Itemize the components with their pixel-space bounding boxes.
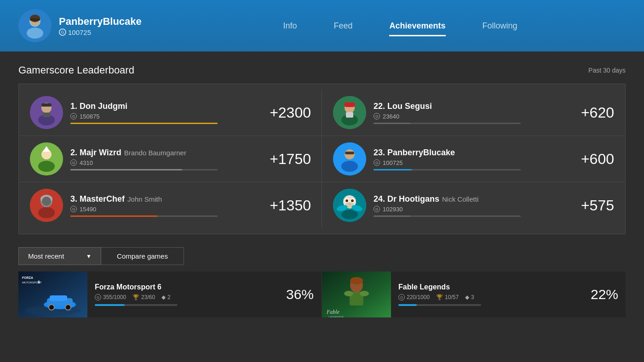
leaderboard-info: 3. MasterChef John Smith G 15490: [70, 194, 262, 217]
sort-dropdown[interactable]: Most recent ▼: [18, 247, 101, 265]
nav-achievements[interactable]: Achievements: [389, 17, 445, 34]
lb-score: 4310: [80, 159, 93, 166]
svg-rect-8: [41, 103, 52, 107]
svg-text:LEGENDS: LEGENDS: [328, 316, 344, 317]
game-thumbnail: FORZA MOTORSPORT 6: [18, 272, 87, 317]
lb-progress-fill: [70, 215, 157, 217]
game-thumbnail: Fable LEGENDS: [322, 272, 391, 317]
svg-point-33: [345, 199, 348, 202]
games-section: Most recent ▼ Compare games: [18, 247, 626, 318]
lb-progress-bg: [70, 215, 218, 217]
leaderboard-grid: 1. Don Judgmi G 150875 +2300: [19, 90, 625, 228]
leaderboard-info: 2. Majr Wizrd Brando Baumgarner G 4310: [70, 148, 262, 170]
svg-point-56: [344, 291, 353, 296]
table-row[interactable]: 3. MasterChef John Smith G 15490 +1350: [19, 182, 322, 228]
avatar: [30, 142, 63, 175]
game-title: Forza Motorsport 6: [95, 283, 271, 291]
leaderboard-info: 23. PanberryBlucake G 100725: [374, 148, 574, 170]
games-grid: FORZA MOTORSPORT 6 Forza Motorsport 6 G …: [18, 272, 626, 318]
gamerscore-stat: G 220/1000: [398, 294, 430, 300]
svg-point-47: [65, 305, 71, 310]
avatar: [30, 96, 63, 129]
lb-real-name: Brando Baumgarner: [124, 149, 186, 157]
leaderboard-title: Gamerscore Leaderboard: [18, 64, 134, 76]
gs-icon: G: [70, 113, 77, 119]
lb-progress-fill: [70, 123, 218, 124]
compare-games-button[interactable]: Compare games: [101, 247, 184, 265]
lb-delta: +1750: [270, 151, 311, 168]
svg-point-28: [38, 207, 55, 218]
game-info: Forza Motorsport 6 G 355/1000 🏆 23/60 ◆: [87, 277, 279, 311]
leaderboard-info: 22. Lou Segusi G 23640: [374, 102, 574, 124]
nav-info[interactable]: Info: [283, 17, 297, 34]
lb-real-name: John Smith: [127, 195, 162, 203]
table-row[interactable]: 23. PanberryBlucake G 100725 +600: [322, 136, 625, 182]
svg-point-34: [351, 199, 354, 202]
lb-delta: +620: [581, 104, 614, 121]
lb-rank: 1. Don Judgmi: [70, 102, 127, 111]
svg-rect-13: [344, 102, 355, 107]
games-controls: Most recent ▼ Compare games: [18, 247, 626, 265]
lb-score: 23640: [383, 113, 399, 120]
diamond-icon: ◆: [161, 294, 166, 300]
table-row[interactable]: 22. Lou Segusi G 23640 +620: [322, 90, 625, 136]
svg-point-27: [42, 197, 51, 206]
lb-real-name: Nick Colletti: [442, 195, 478, 203]
lb-progress-fill: [70, 169, 182, 170]
lb-rank: 24. Dr Hootigans: [374, 194, 439, 204]
avatar: [18, 9, 52, 42]
game-stats: G 220/1000 🏆 10/57 ◆ 3: [398, 294, 576, 300]
svg-point-22: [341, 161, 358, 172]
svg-point-57: [360, 291, 369, 296]
table-row[interactable]: 2. Majr Wizrd Brando Baumgarner G 4310 +…: [19, 136, 322, 182]
svg-rect-15: [346, 112, 353, 118]
svg-text:Fable: Fable: [326, 309, 340, 315]
avatar: [333, 189, 366, 222]
gs-icon: G: [70, 159, 77, 166]
header-nav: Info Feed Achievements Following: [175, 17, 626, 34]
svg-rect-23: [345, 152, 354, 154]
svg-point-2: [27, 28, 43, 39]
svg-rect-5: [30, 18, 40, 21]
game-stats: G 355/1000 🏆 23/60 ◆ 2: [95, 294, 271, 300]
trophy-stat: 🏆 23/60: [132, 294, 155, 300]
diamond-icon: ◆: [465, 294, 469, 300]
table-row[interactable]: 24. Dr Hootigans Nick Colletti G 102930 …: [322, 182, 625, 228]
gs-icon: G: [95, 294, 101, 300]
lb-progress-bg: [374, 215, 521, 217]
table-row[interactable]: 1. Don Judgmi G 150875 +2300: [19, 90, 322, 136]
lb-rank: 2. Majr Wizrd: [70, 148, 121, 158]
avatar: [30, 189, 63, 222]
nav-following[interactable]: Following: [483, 17, 518, 34]
game-title: Fable Legends: [398, 283, 576, 291]
list-item[interactable]: FORZA MOTORSPORT 6 Forza Motorsport 6 G …: [18, 272, 321, 317]
gamerscore-icon: G: [59, 28, 66, 36]
leaderboard-header: Gamerscore Leaderboard Past 30 days: [18, 64, 626, 76]
trophy-icon: 🏆: [132, 294, 139, 300]
list-item[interactable]: Fable LEGENDS Fable Legends G 220/1000 🏆…: [322, 272, 626, 317]
gs-icon: G: [374, 206, 380, 212]
game-info: Fable Legends G 220/1000 🏆 10/57 ◆ 3: [391, 277, 583, 311]
leaderboard-info: 1. Don Judgmi G 150875: [70, 102, 262, 124]
avatar: [333, 142, 366, 175]
nav-feed[interactable]: Feed: [334, 17, 352, 34]
trophy-icon: 🏆: [436, 294, 443, 300]
leaderboard-container: 1. Don Judgmi G 150875 +2300: [18, 84, 626, 234]
lb-rank: 3. MasterChef: [70, 194, 125, 204]
gs-icon: G: [70, 206, 77, 212]
sort-label: Most recent: [28, 252, 64, 260]
leaderboard-period: Past 30 days: [588, 67, 626, 74]
svg-point-46: [49, 305, 54, 310]
diamond-stat: ◆ 2: [161, 294, 171, 300]
gs-icon: G: [374, 113, 380, 119]
main-content: Gamerscore Leaderboard Past 30 days: [0, 51, 644, 331]
trophy-stat: 🏆 10/57: [436, 294, 459, 300]
game-progress-fill: [398, 304, 417, 306]
lb-progress-bg: [70, 169, 218, 170]
chevron-down-icon: ▼: [86, 253, 92, 260]
lb-progress-fill: [374, 215, 410, 217]
svg-rect-10: [43, 113, 50, 117]
lb-rank: 23. PanberryBlucake: [374, 148, 455, 158]
svg-rect-45: [50, 295, 67, 301]
game-percent: 36%: [279, 287, 321, 302]
